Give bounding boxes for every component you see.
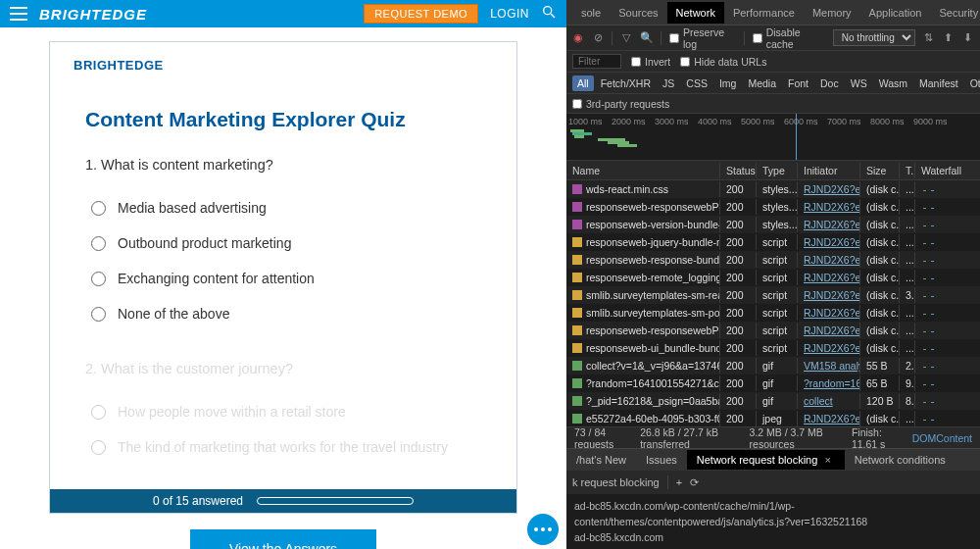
menu-icon[interactable] — [10, 7, 27, 21]
chat-button[interactable] — [527, 514, 559, 545]
site-header: BRIGHTEDGE REQUEST DEMO LOGIN — [0, 0, 566, 27]
view-answers-button[interactable]: View the Answers — [190, 529, 376, 549]
request-type: styles... — [757, 199, 798, 215]
search-icon[interactable]: 🔍 — [640, 31, 653, 44]
invert-checkbox[interactable]: Invert — [631, 56, 670, 68]
request-initiator[interactable]: RJND2X6?em... — [798, 305, 860, 321]
brand-logo[interactable]: BRIGHTEDGE — [39, 6, 147, 23]
disable-cache-checkbox[interactable]: Disable cache — [753, 26, 825, 50]
filter-img[interactable]: Img — [714, 75, 742, 91]
hide-dataurls-checkbox[interactable]: Hide data URLs — [680, 56, 766, 68]
filter-media[interactable]: Media — [743, 75, 781, 91]
refresh-icon[interactable]: ⟳ — [690, 476, 699, 489]
preserve-log-checkbox[interactable]: Preserve log — [669, 26, 736, 50]
radio-option[interactable]: Media based advertising — [85, 190, 481, 225]
devtools-tab-memory[interactable]: Memory — [804, 2, 860, 24]
request-type: script — [757, 287, 798, 303]
filter-wasm[interactable]: Wasm — [874, 75, 912, 91]
filter-font[interactable]: Font — [783, 75, 813, 91]
network-row[interactable]: responseweb-responsewebPkgs_h... 200 scr… — [566, 322, 980, 339]
request-name: responseweb-responsewebPkgs-b... — [586, 201, 720, 213]
col-size[interactable]: Size — [860, 163, 900, 178]
col-initiator[interactable]: Initiator — [798, 163, 860, 178]
filter-icon[interactable]: ▽ — [620, 31, 632, 44]
request-initiator[interactable]: RJND2X6?em... — [798, 234, 860, 250]
radio-option[interactable]: None of the above — [85, 296, 481, 331]
col-name[interactable]: Name — [566, 163, 720, 178]
close-icon[interactable]: × — [820, 454, 834, 466]
record-icon[interactable]: ◉ — [572, 31, 584, 44]
filter-css[interactable]: CSS — [681, 75, 712, 91]
network-row[interactable]: ?_pid=16218&_psign=0aa5badf92... 200 gif… — [566, 392, 980, 410]
col-type[interactable]: Type — [757, 163, 798, 178]
drawer-tab[interactable]: Network request blocking × — [687, 450, 845, 470]
network-row[interactable]: responseweb-responsewebPkgs-b... 200 sty… — [566, 198, 980, 216]
devtools-tab-sole[interactable]: sole — [572, 2, 610, 24]
login-link[interactable]: LOGIN — [490, 7, 529, 21]
request-status: 200 — [720, 358, 757, 374]
thirdparty-checkbox[interactable]: 3rd-party requests — [572, 98, 669, 110]
download-icon[interactable]: ⬇ — [962, 31, 974, 44]
timeline-cursor[interactable] — [796, 114, 797, 160]
search-icon[interactable] — [541, 4, 557, 24]
request-time: ... — [900, 411, 915, 426]
radio-option[interactable]: Exchanging content for attention — [85, 261, 481, 296]
devtools-tab-security[interactable]: Security — [930, 2, 980, 24]
add-pattern-button[interactable]: + — [676, 476, 682, 488]
throttling-select[interactable]: No throttling — [833, 29, 915, 46]
network-row[interactable]: responseweb-version-bundle-min... 200 st… — [566, 216, 980, 233]
request-name: responseweb-remote_logging-bun... — [586, 272, 720, 283]
devtools-tab-network[interactable]: Network — [667, 2, 724, 24]
devtools-tab-performance[interactable]: Performance — [724, 2, 804, 24]
filter-fetch/xhr[interactable]: Fetch/XHR — [596, 75, 656, 91]
radio-option[interactable]: The kind of marketing that works for the… — [85, 429, 481, 465]
request-initiator[interactable]: ?random=164... — [798, 375, 860, 391]
filter-js[interactable]: JS — [658, 75, 679, 91]
request-initiator[interactable]: RJND2X6?em... — [798, 270, 860, 285]
wifi-icon[interactable]: ⇅ — [923, 31, 935, 44]
devtools-tab-sources[interactable]: Sources — [610, 2, 666, 24]
request-size: (disk c... — [860, 252, 900, 268]
network-row[interactable]: responseweb-remote_logging-bun... 200 sc… — [566, 269, 980, 286]
radio-option[interactable]: Outbound product marketing — [85, 225, 481, 261]
network-row[interactable]: collect?v=1&_v=j96&a=1374648477... 200 g… — [566, 357, 980, 374]
clear-icon[interactable]: ⊘ — [592, 31, 604, 44]
request-initiator[interactable]: RJND2X6?em... — [798, 340, 860, 356]
drawer-tab[interactable]: Issues — [636, 450, 687, 470]
request-initiator[interactable]: VM158 analyt... — [798, 358, 860, 374]
filter-manifest[interactable]: Manifest — [914, 75, 963, 91]
request-initiator[interactable]: collect — [798, 393, 860, 409]
network-row[interactable]: responseweb-jquery-bundle-min.9... 200 s… — [566, 233, 980, 251]
request-initiator[interactable]: RJND2X6?em... — [798, 252, 860, 268]
upload-icon[interactable]: ⬆ — [943, 31, 955, 44]
request-status: 200 — [720, 393, 757, 409]
request-initiator[interactable]: RJND2X6?em... — [798, 181, 860, 197]
filter-all[interactable]: All — [572, 75, 594, 91]
request-initiator[interactable]: RJND2X6?em... — [798, 217, 860, 232]
filter-ws[interactable]: WS — [846, 75, 872, 91]
request-initiator[interactable]: RJND2X6?em... — [798, 323, 860, 338]
network-row[interactable]: wds-react.min.css 200 styles... RJND2X6?… — [566, 180, 980, 198]
network-row[interactable]: responseweb-response-bundle-mi... 200 sc… — [566, 251, 980, 269]
timeline[interactable]: 1000 ms2000 ms3000 ms4000 ms5000 ms6000 … — [566, 114, 980, 161]
network-row[interactable]: e55272a4-60eb-4095-b303-f039f3... 200 jp… — [566, 410, 980, 426]
drawer-tab[interactable]: /hat's New — [566, 450, 636, 470]
network-row[interactable]: smlib.surveytemplates-sm-polyfill-... 20… — [566, 304, 980, 322]
network-row[interactable]: ?random=1641001554271&cv=9&f... 200 gif … — [566, 374, 980, 392]
devtools-tab-application[interactable]: Application — [860, 2, 931, 24]
request-initiator[interactable]: RJND2X6?em... — [798, 199, 860, 215]
drawer-tab[interactable]: Network conditions — [845, 450, 956, 470]
network-row[interactable]: smlib.surveytemplates-sm-react-b... 200 … — [566, 286, 980, 304]
col-waterfall[interactable]: Waterfall — [915, 163, 980, 178]
filter-other[interactable]: Other — [965, 75, 980, 91]
progress-track — [257, 497, 414, 505]
filter-doc[interactable]: Doc — [815, 75, 844, 91]
col-status[interactable]: Status — [720, 163, 757, 178]
request-initiator[interactable]: RJND2X6?em... — [798, 411, 860, 426]
radio-option[interactable]: How people move within a retail store — [85, 394, 481, 429]
filter-input[interactable] — [572, 54, 621, 69]
request-initiator[interactable]: RJND2X6?em... — [798, 287, 860, 303]
col-time[interactable]: T... — [900, 163, 915, 178]
network-row[interactable]: responseweb-ui_bundle-bundle-mi... 200 s… — [566, 339, 980, 357]
request-demo-button[interactable]: REQUEST DEMO — [364, 4, 478, 24]
